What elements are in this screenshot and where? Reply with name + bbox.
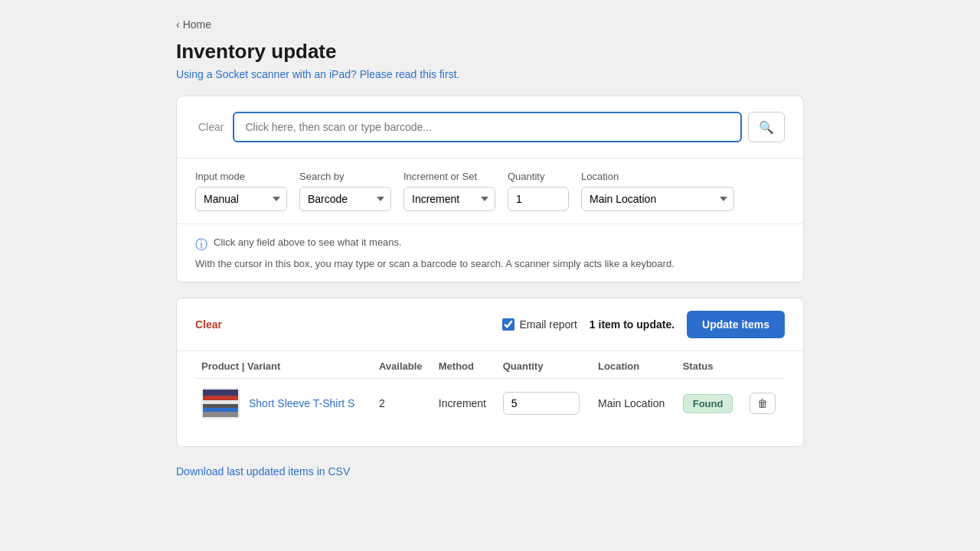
svg-rect-6: [203, 412, 238, 417]
cell-quantity: [497, 379, 592, 429]
col-location: Location: [592, 351, 677, 379]
input-mode-label: Input mode: [195, 171, 287, 182]
svg-rect-5: [203, 408, 238, 412]
email-report-checkbox[interactable]: [502, 318, 514, 331]
search-row: Clear 🔍: [195, 112, 785, 142]
controls-row: Input mode Manual Scan Search by Barcode…: [195, 171, 785, 211]
location-select[interactable]: Main Location: [581, 187, 734, 211]
clear-top-button[interactable]: Clear: [195, 121, 227, 133]
svg-rect-3: [203, 400, 238, 404]
cell-status: Found: [677, 379, 744, 429]
email-report-label: Email report: [519, 318, 577, 331]
col-available: Available: [373, 351, 433, 379]
search-by-group: Search by Barcode SKU Title: [299, 171, 391, 211]
search-by-label: Search by: [299, 171, 391, 182]
results-table: Product | Variant Available Method Quant…: [195, 351, 785, 428]
help-text2: With the cursor in this box, you may typ…: [195, 258, 785, 269]
items-count: 1 item to update.: [590, 318, 675, 331]
results-card: Clear Email report 1 item to update. Upd…: [176, 298, 804, 447]
increment-group: Increment or Set Increment Set: [403, 171, 495, 211]
table-row: Short Sleeve T-Shirt S 2 Increment Main …: [195, 379, 785, 429]
search-card: Clear 🔍 Input mode Manual Scan Search: [176, 96, 804, 282]
chevron-left-icon: ‹: [176, 18, 180, 31]
quantity-field[interactable]: [503, 392, 580, 415]
download-csv-link[interactable]: Download last updated items in CSV: [176, 465, 350, 478]
product-thumbnail: [201, 388, 240, 419]
quantity-group: Quantity: [508, 171, 569, 211]
product-image: [203, 390, 238, 417]
search-button[interactable]: 🔍: [748, 112, 785, 142]
cell-available: 2: [373, 379, 433, 429]
input-mode-select[interactable]: Manual Scan: [195, 187, 287, 211]
cell-location: Main Location: [592, 379, 677, 429]
cell-product: Short Sleeve T-Shirt S: [195, 379, 373, 429]
page-title: Inventory update: [176, 40, 804, 64]
svg-rect-2: [203, 396, 238, 400]
quantity-input[interactable]: [508, 187, 569, 211]
results-clear-button[interactable]: Clear: [195, 318, 222, 331]
search-section: Clear 🔍: [177, 96, 803, 158]
quantity-label: Quantity: [508, 171, 569, 182]
trash-icon: 🗑: [757, 397, 768, 409]
table-header: Product | Variant Available Method Quant…: [195, 351, 785, 379]
scanner-link[interactable]: Using a Socket scanner with an iPad? Ple…: [176, 68, 804, 80]
barcode-input[interactable]: [233, 112, 742, 142]
controls-section: Input mode Manual Scan Search by Barcode…: [177, 158, 803, 223]
product-info-cell: Short Sleeve T-Shirt S: [201, 388, 367, 419]
back-label: Home: [183, 18, 211, 31]
results-header: Clear Email report 1 item to update. Upd…: [177, 298, 803, 351]
product-link[interactable]: Short Sleeve T-Shirt S: [249, 397, 354, 409]
svg-rect-4: [203, 404, 238, 408]
update-items-button[interactable]: Update items: [687, 311, 785, 338]
delete-row-button[interactable]: 🗑: [750, 393, 776, 414]
col-status: Status: [677, 351, 744, 379]
col-actions: [743, 351, 785, 379]
table-header-row: Product | Variant Available Method Quant…: [195, 351, 785, 379]
help-text1: Click any field above to see what it mea…: [214, 236, 402, 248]
location-group: Location Main Location: [581, 171, 734, 211]
svg-rect-1: [203, 390, 238, 396]
location-label: Location: [581, 171, 734, 182]
table-body: Short Sleeve T-Shirt S 2 Increment Main …: [195, 379, 785, 429]
col-product: Product | Variant: [195, 351, 373, 379]
help-section: ⓘ Click any field above to see what it m…: [177, 223, 803, 282]
table-container: Product | Variant Available Method Quant…: [177, 351, 803, 446]
help-icon: ⓘ: [195, 237, 207, 253]
help-row: ⓘ Click any field above to see what it m…: [195, 236, 785, 253]
increment-label: Increment or Set: [403, 171, 495, 182]
search-by-select[interactable]: Barcode SKU Title: [299, 187, 391, 211]
col-quantity: Quantity: [497, 351, 592, 379]
email-report-group: Email report: [502, 318, 577, 331]
col-method: Method: [433, 351, 497, 379]
cell-actions: 🗑: [743, 379, 785, 429]
search-icon: 🔍: [759, 120, 774, 135]
back-link[interactable]: ‹ Home: [176, 18, 211, 31]
input-mode-group: Input mode Manual Scan: [195, 171, 287, 211]
increment-select[interactable]: Increment Set: [403, 187, 495, 211]
status-badge: Found: [683, 394, 733, 413]
cell-method: Increment: [433, 379, 497, 429]
